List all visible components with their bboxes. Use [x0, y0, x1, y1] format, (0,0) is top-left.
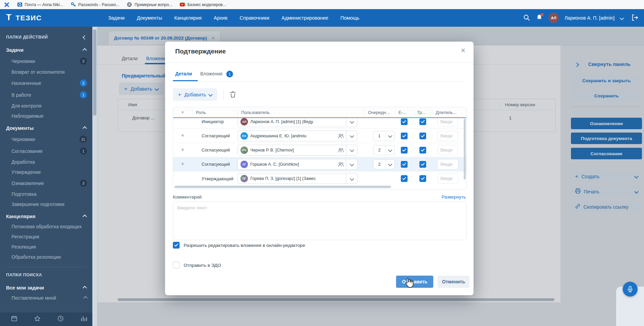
email-checkbox[interactable] — [401, 147, 408, 154]
logout-icon[interactable] — [631, 14, 639, 22]
duration-input[interactable] — [437, 173, 458, 184]
menu-item-documents[interactable]: Документы — [137, 15, 162, 21]
sidebar-item-incoming-stream[interactable]: Потоковая обработка входящих — [0, 222, 92, 232]
add-row-icon[interactable]: + — [173, 132, 192, 139]
sidebar-item-drafts-tasks[interactable]: Черновики 3 — [0, 55, 92, 67]
sidebar-item-prep-finish[interactable]: Завершение подготовки — [0, 199, 92, 209]
duration-input[interactable] — [437, 131, 458, 141]
bookmark-youtube[interactable]: Бизнес моделиров... — [180, 2, 226, 7]
duration-input[interactable] — [437, 159, 458, 169]
cancel-button[interactable]: Отменить — [438, 276, 469, 288]
menu-item-administration[interactable]: Администрирование — [281, 15, 328, 21]
email-checkbox[interactable] — [401, 175, 408, 182]
add-row-icon[interactable]: + — [173, 161, 192, 168]
sidebar-section-all-my-tasks[interactable]: Все мои задачи — [0, 281, 92, 293]
email-checkbox[interactable] — [401, 161, 408, 168]
allow-edit-checkbox-row[interactable]: Разрешить редактировать вложения в онлай… — [173, 242, 305, 249]
menu-item-office[interactable]: Канцелярия — [174, 15, 202, 21]
group-users-icon[interactable] — [336, 134, 346, 138]
trash-icon[interactable] — [230, 91, 236, 98]
favorites-star-icon[interactable] — [34, 315, 41, 324]
table-vertical-scrollbar[interactable] — [464, 119, 466, 180]
email-checkbox[interactable] — [401, 118, 408, 125]
user-avatar[interactable]: АЛ — [549, 13, 559, 23]
table-row[interactable]: Утверждающий ПГГорева П. З. [gorevapz] [… — [173, 171, 466, 186]
tr-checkbox[interactable] — [419, 175, 426, 182]
modal-add-button[interactable]: + Добавить — [173, 88, 217, 101]
chevron-down-icon[interactable] — [346, 117, 357, 127]
sidebar-section-office[interactable]: Канцелярия — [0, 209, 92, 222]
order-select[interactable]: 2 — [373, 145, 395, 155]
tr-checkbox[interactable] — [419, 161, 426, 168]
sidebar-item-in-progress[interactable]: В работе 1 — [0, 89, 92, 101]
bookmark-mail[interactable]: Почта — Anna Niki... — [17, 2, 63, 7]
bookmark-passwords[interactable]: Passwords - Passwo... — [70, 2, 119, 7]
allow-edit-checkbox[interactable] — [173, 242, 180, 249]
sidebar-item-resolution[interactable]: Резолюция — [0, 242, 92, 252]
user-select[interactable]: ПГГорева П. З. [gorevapz] [1] (Замес — [237, 173, 358, 184]
user-select[interactable]: АГГоршков А. С. [Gorshkov] — [237, 159, 358, 170]
sidebar-item-resolution-processing[interactable]: Обработка резолюции — [0, 252, 92, 262]
modal-close-icon[interactable]: × — [461, 47, 465, 54]
sidebar-item-for-control[interactable]: Для контроля — [0, 101, 92, 111]
send-edo-checkbox-row[interactable]: Отправить в ЭДО — [173, 262, 221, 269]
chevron-down-icon[interactable] — [346, 131, 357, 141]
email-checkbox[interactable] — [401, 133, 408, 139]
sidebar-section-tasks[interactable]: Задачи — [0, 43, 92, 55]
tr-checkbox[interactable] — [419, 118, 426, 125]
user-name[interactable]: Ларионов А. П. [admin] — [565, 15, 615, 21]
user-menu-chevron-icon[interactable] — [620, 16, 624, 20]
modal-tab-details[interactable]: Детали — [175, 71, 192, 77]
notifications-bell-icon[interactable] — [536, 14, 543, 22]
group-users-icon[interactable] — [336, 162, 346, 167]
menu-item-tasks[interactable]: Задачи — [108, 15, 125, 21]
sidebar-item-registration[interactable]: Регистрация — [0, 232, 92, 242]
sidebar-item-confirmation[interactable]: Утверждение — [0, 167, 92, 177]
add-row-icon[interactable]: + — [173, 146, 192, 154]
table-row[interactable]: Инициатор АЛЛарионов А. П. [admin] [1] (… — [173, 117, 466, 129]
table-horizontal-scrollbar[interactable] — [175, 186, 391, 188]
menu-item-archive[interactable]: Архив — [214, 15, 228, 21]
sidebar-scrollbar[interactable] — [92, 27, 97, 326]
order-select[interactable]: 1 — [373, 131, 395, 141]
tr-checkbox[interactable] — [419, 147, 426, 154]
sidebar-item-assigned[interactable]: Назначенные 2 — [0, 77, 92, 89]
user-select[interactable]: РЧЧернов Р. В. [Chernov] — [237, 145, 358, 156]
duration-input[interactable] — [437, 145, 458, 155]
sidebar-scrollbar-thumb[interactable] — [93, 29, 96, 116]
menu-item-references[interactable]: Справочники — [239, 15, 269, 21]
sidebar-item-drafts-docs[interactable]: Черновики 11 — [0, 133, 92, 145]
table-row[interactable]: + Согласующий РЧЧернов Р. В. [Chernov] 2 — [173, 143, 466, 157]
statistics-bars-icon[interactable] — [80, 315, 87, 323]
sidebar-item-approval[interactable]: Согласование 1 — [0, 145, 92, 157]
order-select[interactable]: 2 — [373, 159, 395, 169]
chevron-down-icon[interactable] — [346, 159, 357, 169]
sidebar-item-rework[interactable]: Доработка — [0, 157, 92, 167]
user-select[interactable]: АЛЛарионов А. П. [admin] [1] (Веду — [237, 117, 358, 127]
submit-button[interactable]: Отправить — [396, 276, 433, 288]
tr-checkbox[interactable] — [419, 133, 426, 139]
sidebar-section-documents[interactable]: Документы — [0, 121, 92, 133]
comment-textarea[interactable] — [173, 202, 467, 240]
expand-link[interactable]: Развернуть — [441, 194, 466, 200]
sidebar-collapse-icon[interactable] — [83, 35, 87, 40]
chevron-down-icon[interactable] — [346, 173, 357, 184]
user-select[interactable]: ЕААндреюшкина Е. Ю. [andreiu — [237, 131, 358, 141]
duration-input[interactable] — [437, 117, 458, 127]
sidebar-item-observed[interactable]: Наблюдаемые — [0, 111, 92, 121]
sidebar-item-return[interactable]: Возврат от исполнителя — [0, 67, 92, 77]
sidebar-item-preparation[interactable]: Подготовка — [0, 189, 92, 199]
sidebar-item-familiarization[interactable]: Ознакомление 3 — [0, 177, 92, 189]
menu-item-help[interactable]: Помощь — [341, 15, 360, 21]
table-row[interactable]: + Согласующий АГГоршков А. С. [Gorshkov]… — [173, 157, 466, 171]
chevron-down-icon[interactable] — [346, 145, 357, 155]
modal-tab-attachments[interactable]: Вложения 1 — [200, 71, 233, 77]
send-edo-checkbox[interactable] — [173, 262, 180, 269]
table-row[interactable]: + Согласующий ЕААндреюшкина Е. Ю. [andre… — [173, 129, 466, 143]
app-logo[interactable]: ТЕЗИС — [5, 13, 42, 23]
group-users-icon[interactable] — [336, 148, 346, 153]
microphone-button[interactable] — [623, 282, 638, 297]
calendar-icon[interactable] — [11, 315, 18, 323]
sidebar-item-set-by-me[interactable]: Поставленные мной — [0, 293, 92, 303]
bookmark-questions[interactable]: Примерные вопро... — [127, 2, 172, 7]
